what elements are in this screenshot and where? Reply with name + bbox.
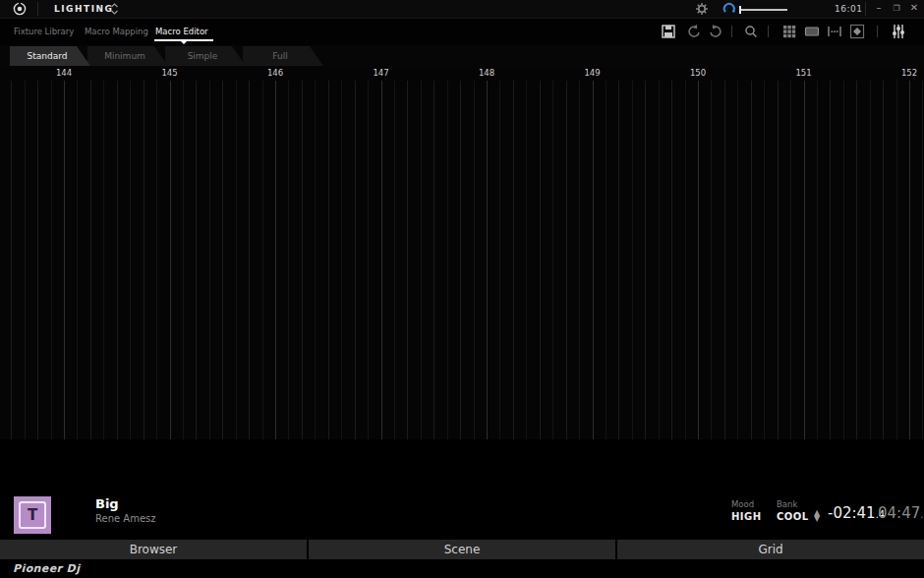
grid-button[interactable]: Grid xyxy=(617,540,924,559)
gridline xyxy=(249,81,250,439)
gridline xyxy=(447,81,448,439)
tab-macro-mapping[interactable]: Macro Mapping xyxy=(85,27,148,36)
ruler-bar-number: 144 xyxy=(56,68,72,78)
waveform-section[interactable] xyxy=(0,439,924,491)
bank-value[interactable]: COOL xyxy=(777,511,809,522)
gridline xyxy=(394,81,395,439)
undo-icon[interactable] xyxy=(686,24,702,39)
mood-value[interactable]: HIGH xyxy=(731,511,762,522)
track-title: Big xyxy=(95,496,119,511)
gridline xyxy=(77,81,78,439)
gridline xyxy=(659,81,660,439)
sync-spinner-icon xyxy=(722,2,736,16)
browser-button[interactable]: Browser xyxy=(0,540,307,559)
ruler-bar-number: 151 xyxy=(795,68,811,78)
menu-bar: Fixture Library Macro Mapping Macro Edit… xyxy=(0,19,924,45)
subtab-standard[interactable]: Standard xyxy=(10,46,90,66)
gridline xyxy=(896,81,897,439)
gridline xyxy=(460,81,461,439)
gridline xyxy=(433,81,434,439)
ruler-bar-number: 148 xyxy=(479,68,494,78)
time-total: 04:47.0 xyxy=(878,504,924,522)
save-icon[interactable] xyxy=(661,24,676,39)
gridline xyxy=(606,81,606,439)
gridline xyxy=(368,81,369,439)
toolbar-separator xyxy=(731,26,732,37)
bank-selector-arrows-icon[interactable]: ▲▼ xyxy=(814,510,820,522)
track-overview[interactable] xyxy=(204,495,712,540)
gridline xyxy=(170,81,171,439)
subtab-minimum[interactable]: Minimum xyxy=(87,46,168,66)
grid-icon[interactable] xyxy=(781,24,797,39)
search-icon[interactable] xyxy=(743,24,759,39)
gridline xyxy=(645,81,646,439)
tab-macro-editor[interactable]: Macro Editor xyxy=(155,27,208,36)
gridline xyxy=(144,81,144,439)
gridline xyxy=(381,81,382,439)
keyframe-icon[interactable] xyxy=(849,24,865,39)
gridline xyxy=(632,81,633,439)
ruler-bar-number: 149 xyxy=(584,68,600,78)
ruler-bar-number: 145 xyxy=(161,68,177,78)
spacing-icon[interactable] xyxy=(827,24,842,39)
subtab-full[interactable]: Full xyxy=(243,46,323,66)
toolbar-separator xyxy=(768,26,769,37)
close-button[interactable]: ✕ xyxy=(907,2,921,13)
footer: Pioneer Dj xyxy=(0,559,924,578)
gridline xyxy=(526,81,527,439)
gridline xyxy=(593,81,594,439)
gridline xyxy=(183,81,184,439)
title-bar: LIGHTING 16:01 – ❐ ✕ xyxy=(0,0,924,19)
mode-selector[interactable]: LIGHTING xyxy=(54,4,113,14)
gridline xyxy=(11,81,12,439)
gridline xyxy=(870,81,871,439)
gridline xyxy=(117,81,118,439)
mode-selector-arrows-icon[interactable] xyxy=(110,3,119,15)
gridline xyxy=(513,81,514,439)
minimize-button[interactable]: – xyxy=(872,2,886,13)
track-info-bar: T Big Rene Amesz Mood HIGH Bank COOL ▲▼ … xyxy=(0,491,924,540)
master-dimmer-slider[interactable] xyxy=(740,9,787,11)
tab-fixture-library[interactable]: Fixture Library xyxy=(14,27,74,36)
gridline xyxy=(90,81,91,439)
gridline xyxy=(421,81,422,439)
rekordbox-lighting-window: LIGHTING 16:01 – ❐ ✕ Fixture Library xyxy=(0,0,924,578)
gridline xyxy=(618,81,619,439)
macro-editor-canvas[interactable]: 144145146147148149150151152 xyxy=(0,67,924,439)
gridline xyxy=(302,81,303,439)
maximize-button[interactable]: ❐ xyxy=(890,4,903,13)
bank-label: Bank xyxy=(777,499,797,509)
album-art: T xyxy=(14,496,51,534)
gridline xyxy=(579,81,580,439)
gridline xyxy=(196,81,197,439)
subtab-simple[interactable]: Simple xyxy=(165,46,246,66)
gridline xyxy=(328,81,329,439)
gridline xyxy=(751,81,752,439)
gridline xyxy=(288,81,289,439)
time-remaining: -02:41.4 xyxy=(828,504,885,522)
gridline xyxy=(778,81,779,439)
gridline xyxy=(843,81,844,439)
master-dimmer-thumb[interactable] xyxy=(739,6,741,14)
gridline xyxy=(209,81,210,439)
titlebar-divider xyxy=(865,2,866,16)
gridline xyxy=(817,81,818,439)
album-art-letter: T xyxy=(19,501,46,529)
faders-icon[interactable] xyxy=(891,24,906,39)
track-artist: Rene Amesz xyxy=(95,513,156,524)
layout-subtabs: StandardMinimumSimpleFull xyxy=(0,45,924,68)
active-tab-notch xyxy=(181,41,187,44)
monitor-icon[interactable] xyxy=(804,24,820,39)
gear-icon[interactable] xyxy=(696,3,708,15)
titlebar-divider xyxy=(37,2,38,16)
gridline xyxy=(487,81,488,439)
gridline xyxy=(103,81,104,439)
gridline xyxy=(474,81,475,439)
gridline xyxy=(698,81,699,439)
gridline xyxy=(407,81,408,439)
scene-button[interactable]: Scene xyxy=(309,540,615,559)
mood-label: Mood xyxy=(731,499,754,509)
toolbar-separator xyxy=(877,26,878,37)
redo-icon[interactable] xyxy=(708,24,723,39)
gridline xyxy=(64,81,65,439)
